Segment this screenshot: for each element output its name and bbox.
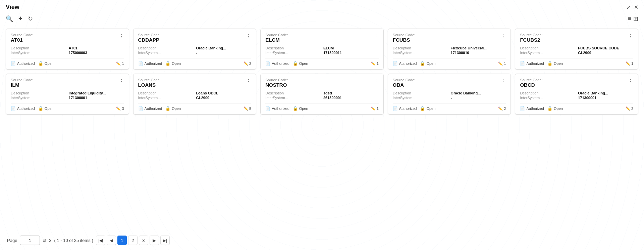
close-button[interactable]: ✕ xyxy=(634,4,638,10)
source-value: OBA xyxy=(393,82,415,88)
add-icon[interactable]: + xyxy=(18,15,22,23)
main-window: View ⤢ ✕ 🔍 + ↻ ≡ ⊞ Source Code: AT01 ⋮ xyxy=(0,0,644,250)
lock-badge: 🔓 Open xyxy=(38,61,54,66)
edit-count: ✏️ 2 xyxy=(626,107,633,111)
intersystem-value: 261300001 xyxy=(323,96,379,100)
refresh-icon[interactable]: ↻ xyxy=(28,15,33,23)
intersystem-label: InterSystem... xyxy=(393,51,448,55)
edit-icon: ✏️ xyxy=(244,107,248,111)
edit-icon: ✏️ xyxy=(626,107,630,111)
card-loans[interactable]: Source Code: LOANS ⋮ Description Loans O… xyxy=(133,74,257,115)
page-3-button[interactable]: 3 xyxy=(139,236,148,245)
intersystem-value: 171300011 xyxy=(323,51,379,55)
desc-value: AT01 xyxy=(69,46,124,50)
status-label: Authorized xyxy=(526,107,544,111)
next-page-button[interactable]: ▶ xyxy=(150,236,159,245)
card-cddapp[interactable]: Source Code: CDDAPP ⋮ Description Oracle… xyxy=(133,29,257,70)
card-footer: 📄 Authorized 🔓 Open ✏️ 3 xyxy=(11,103,124,111)
intersystem-value: GL2909 xyxy=(578,51,633,55)
lock-label: Open xyxy=(45,61,54,66)
status-label: Authorized xyxy=(272,107,289,111)
source-label: Source Code: xyxy=(520,33,542,37)
source-label: Source Code: xyxy=(393,78,415,82)
card-header: Source Code: AT01 ⋮ xyxy=(11,33,124,43)
status-label: Authorized xyxy=(17,107,35,111)
card-header: Source Code: CDDAPP ⋮ xyxy=(138,33,252,43)
card-fcubs2[interactable]: Source Code: FCUBS2 ⋮ Description FCUBS … xyxy=(515,29,638,70)
lock-icon: 🔓 xyxy=(420,61,425,66)
last-page-button[interactable]: ▶| xyxy=(160,236,170,245)
status-badge: 📄 Authorized xyxy=(520,106,544,111)
count-value: 3 xyxy=(122,107,124,111)
status-badge: 📄 Authorized xyxy=(393,106,417,111)
intersystem-label: InterSystem... xyxy=(138,51,194,55)
status-badge: 📄 Authorized xyxy=(265,61,289,66)
card-body: Description Flexcube Universal... InterS… xyxy=(393,46,506,55)
edit-count: ✏️ 3 xyxy=(116,107,124,111)
card-header: Source Code: ILM ⋮ xyxy=(11,78,124,88)
count-value: 1 xyxy=(504,61,506,66)
range-info: ( 1 - 10 of 25 items ) xyxy=(54,238,93,243)
card-obcd[interactable]: Source Code: OBCD ⋮ Description Oracle B… xyxy=(515,74,638,115)
card-fcubs[interactable]: Source Code: FCUBS ⋮ Description Flexcub… xyxy=(388,29,511,70)
first-page-button[interactable]: |◀ xyxy=(96,236,105,245)
card-body: Description Oracle Banking... InterSyste… xyxy=(393,91,506,100)
desc-value: Loans OBCL xyxy=(196,91,251,95)
prev-page-button[interactable]: ◀ xyxy=(107,236,116,245)
lock-icon: 🔓 xyxy=(547,106,552,111)
source-value: AT01 xyxy=(11,37,33,43)
lock-badge: 🔓 Open xyxy=(420,106,435,111)
source-value: FCUBS2 xyxy=(520,37,542,43)
edit-count: ✏️ 2 xyxy=(498,107,506,111)
card-menu-button[interactable]: ⋮ xyxy=(246,34,251,39)
edit-icon: ✏️ xyxy=(498,61,503,66)
source-label: Source Code: xyxy=(138,33,161,37)
desc-value: Oracle Banking... xyxy=(451,91,506,95)
card-body: Description Oracle Banking... InterSyste… xyxy=(138,46,252,55)
lock-icon: 🔓 xyxy=(293,106,298,111)
page-input[interactable] xyxy=(20,236,40,245)
lock-icon: 🔓 xyxy=(165,61,170,66)
card-menu-button[interactable]: ⋮ xyxy=(119,79,124,84)
card-menu-button[interactable]: ⋮ xyxy=(373,79,379,84)
card-menu-button[interactable]: ⋮ xyxy=(119,34,124,39)
authorized-icon: 📄 xyxy=(138,106,143,111)
authorized-icon: 📄 xyxy=(520,106,525,111)
card-menu-button[interactable]: ⋮ xyxy=(500,34,506,39)
card-oba[interactable]: Source Code: OBA ⋮ Description Oracle Ba… xyxy=(388,74,511,115)
card-menu-button[interactable]: ⋮ xyxy=(246,79,251,84)
card-menu-button[interactable]: ⋮ xyxy=(500,79,506,84)
edit-icon: ✏️ xyxy=(498,107,503,111)
edit-count: ✏️ 1 xyxy=(498,61,506,66)
card-menu-button[interactable]: ⋮ xyxy=(628,34,633,39)
page-1-button[interactable]: 1 xyxy=(117,236,127,245)
edit-icon: ✏️ xyxy=(371,107,376,111)
source-label: Source Code: xyxy=(265,78,288,82)
intersystem-value: - xyxy=(451,96,506,100)
card-nostro[interactable]: Source Code: NOSTRO ⋮ Description sdsd I… xyxy=(260,74,384,115)
card-menu-button[interactable]: ⋮ xyxy=(373,34,379,39)
card-menu-button[interactable]: ⋮ xyxy=(628,79,633,84)
source-value: LOANS xyxy=(138,82,161,88)
card-footer: 📄 Authorized 🔓 Open ✏️ 2 xyxy=(138,58,252,66)
maximize-button[interactable]: ⤢ xyxy=(627,5,631,10)
card-elcm[interactable]: Source Code: ELCM ⋮ Description ELCM Int… xyxy=(260,29,384,70)
card-at01[interactable]: Source Code: AT01 ⋮ Description AT01 Int… xyxy=(6,29,129,70)
page-2-button[interactable]: 2 xyxy=(128,236,138,245)
desc-label: Description xyxy=(520,91,575,95)
authorized-icon: 📄 xyxy=(265,106,270,111)
intersystem-label: InterSystem... xyxy=(138,96,194,100)
intersystem-value: 175000003 xyxy=(69,51,124,55)
list-view-button[interactable]: ≡ xyxy=(628,15,631,23)
intersystem-label: InterSystem... xyxy=(520,96,575,100)
lock-icon: 🔓 xyxy=(547,61,552,66)
intersystem-label: InterSystem... xyxy=(265,51,321,55)
card-footer: 📄 Authorized 🔓 Open ✏️ 1 xyxy=(11,58,124,66)
grid-view-button[interactable]: ⊞ xyxy=(633,15,638,23)
edit-icon: ✏️ xyxy=(371,61,376,66)
lock-icon: 🔓 xyxy=(38,106,43,111)
desc-label: Description xyxy=(138,46,194,50)
search-icon[interactable]: 🔍 xyxy=(6,15,13,23)
count-value: 2 xyxy=(631,107,633,111)
card-ilm[interactable]: Source Code: ILM ⋮ Description Integrate… xyxy=(6,74,129,115)
